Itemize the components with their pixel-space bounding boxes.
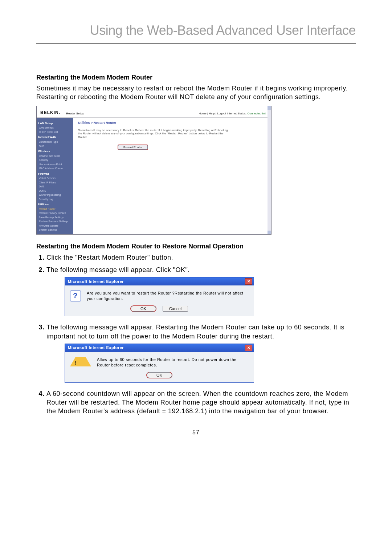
restart-description: Sometimes it may be necessary to Reset o…	[78, 129, 230, 139]
step-2-text: The following message will appear. Click…	[46, 266, 190, 273]
sidebar-head-firewall: Firewall	[38, 172, 72, 176]
page-title: Using the Web-Based Advanced User Interf…	[36, 22, 356, 44]
sidebar-item[interactable]: WAN Ping Blocking	[39, 193, 72, 196]
close-icon[interactable]: ✕	[245, 278, 252, 285]
sidebar-item[interactable]: Channel and SSID	[39, 154, 72, 158]
section-restart-heading: Restarting the Modem Modem Router	[36, 73, 356, 82]
sidebar-item[interactable]: Restore Previous Settings	[39, 220, 72, 223]
sidebar-item[interactable]: DDNS	[39, 189, 72, 192]
step-3-text: The following message will appear. Resta…	[46, 324, 344, 340]
sidebar-item[interactable]: MAC Address Control	[39, 167, 72, 170]
dialog-title: Microsoft Internet Explorer	[68, 345, 124, 350]
sidebar-item[interactable]: DNS	[39, 145, 72, 148]
warning-icon	[70, 357, 91, 366]
sidebar-item[interactable]: LAN Settings	[39, 126, 72, 129]
dialog-title: Microsoft Internet Explorer	[68, 279, 124, 284]
dialog-message: Allow up to 60 seconds for the Router to…	[97, 357, 248, 368]
sidebar-head-wan: Internet WAN	[38, 135, 72, 139]
sidebar-item[interactable]: Virtual Servers	[39, 176, 72, 180]
sidebar-head-lan: LAN Setup	[38, 122, 72, 126]
router-topnav[interactable]: Home | Help | Logout Internet Status: Co…	[199, 112, 266, 116]
topnav-links[interactable]: Home | Help | Logout Internet Status:	[199, 112, 246, 115]
router-admin-screenshot: BELKIN. Router Setup Home | Help | Logou…	[36, 106, 271, 235]
restart-router-button[interactable]: Restart Router	[118, 145, 148, 150]
ie-dialog-confirm: Microsoft Internet Explorer ✕ Are you su…	[65, 277, 254, 316]
ie-dialog-wait: Microsoft Internet Explorer ✕ Allow up t…	[65, 344, 254, 383]
sidebar-item[interactable]: Security Log	[39, 198, 72, 201]
router-sidebar: LAN Setup LAN Settings DHCP Client List …	[37, 118, 73, 235]
cancel-button[interactable]: Cancel	[163, 306, 188, 312]
brand-logo: BELKIN.	[40, 110, 60, 115]
router-setup-label: Router Setup	[64, 112, 199, 116]
sidebar-item[interactable]: Connection Type	[39, 140, 72, 143]
internet-status-value: Connected Intl	[247, 112, 266, 115]
sidebar-item[interactable]: DMZ	[39, 185, 72, 188]
dialog-message: Are you sure you want to restart the Rou…	[87, 291, 248, 301]
sidebar-item[interactable]: Save/Backup Settings	[39, 216, 72, 219]
section-restore-heading: Restarting the Modem Modem Router to Res…	[36, 242, 356, 251]
sidebar-item[interactable]: DHCP Client List	[39, 130, 72, 134]
step-3: The following message will appear. Resta…	[46, 323, 356, 382]
scroll-up-icon[interactable]	[268, 106, 271, 110]
sidebar-item[interactable]: Restore Factory Default	[39, 211, 72, 215]
sidebar-item-restart-router[interactable]: Restart Router	[39, 207, 72, 211]
breadcrumb: Utilities > Restart Router	[78, 121, 262, 125]
scroll-down-icon[interactable]	[268, 231, 271, 234]
sidebar-head-utilities: Utilities	[38, 203, 72, 207]
sidebar-head-wireless: Wireless	[38, 150, 72, 154]
sidebar-item[interactable]: Firmware Update	[39, 224, 72, 227]
step-4: A 60-second countdown will appear on the…	[46, 389, 356, 416]
sidebar-item[interactable]: Client IP Filters	[39, 181, 72, 184]
close-icon[interactable]: ✕	[245, 345, 252, 351]
scrollbar[interactable]	[268, 106, 271, 234]
section-restart-text: Sometimes it may be necessary to restart…	[36, 84, 356, 102]
sidebar-item[interactable]: Security	[39, 158, 72, 162]
ok-button[interactable]: OK	[131, 306, 156, 312]
step-2: The following message will appear. Click…	[46, 265, 356, 316]
step-1: Click the "Restart Modem Router" button.	[46, 253, 356, 262]
ok-button[interactable]: OK	[147, 372, 172, 378]
sidebar-item[interactable]: Use as Access Point	[39, 163, 72, 166]
sidebar-item[interactable]: System Settings	[39, 228, 72, 231]
question-icon	[70, 291, 81, 301]
steps-list: Click the "Restart Modem Router" button.…	[36, 253, 356, 416]
page-number: 57	[36, 429, 356, 437]
